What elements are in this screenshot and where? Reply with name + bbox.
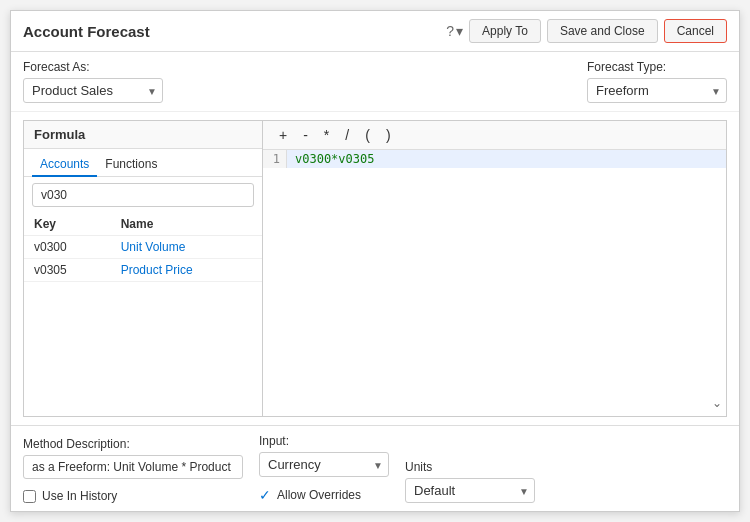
- formula-panel-title: Formula: [24, 121, 262, 149]
- modal-header: Account Forecast ? ▾ Apply To Save and C…: [11, 11, 739, 52]
- tab-functions[interactable]: Functions: [97, 153, 165, 177]
- units-select[interactable]: Default Thousands Millions: [405, 478, 535, 503]
- editor-toolbar: + - * / ( ): [263, 121, 726, 150]
- operator-close-paren-button[interactable]: ): [382, 125, 395, 145]
- apply-to-button[interactable]: Apply To: [469, 19, 541, 43]
- save-close-button[interactable]: Save and Close: [547, 19, 658, 43]
- row-key: v0300: [24, 236, 111, 259]
- forecast-type-group: Forecast Type: Freeform Driver Based Dir…: [587, 60, 727, 103]
- line-content-1: v0300*v0305: [287, 150, 382, 168]
- allow-overrides-check-icon: ✓: [259, 487, 271, 503]
- forecast-form-row: Forecast As: Product Sales Revenue Units…: [11, 52, 739, 112]
- allow-overrides-label: Allow Overrides: [277, 488, 361, 502]
- formula-table: Key Name v0300 Unit Volume v0305 Product…: [24, 213, 262, 282]
- line-number-1: 1: [263, 150, 287, 168]
- operator-open-paren-button[interactable]: (: [361, 125, 374, 145]
- method-description-label: Method Description:: [23, 437, 243, 451]
- input-group: Input: Currency Percentage Number ▼ ✓ Al…: [259, 434, 389, 503]
- row-name-link[interactable]: Unit Volume: [111, 236, 262, 259]
- editor-line-1: 1 v0300*v0305: [263, 150, 726, 168]
- main-content: Formula Accounts Functions Key Name v030…: [11, 112, 739, 425]
- header-buttons: ? ▾ Apply To Save and Close Cancel: [446, 19, 727, 43]
- editor-area[interactable]: 1 v0300*v0305 ⌄: [263, 150, 726, 416]
- help-dropdown-icon: ▾: [456, 23, 463, 39]
- forecast-as-group: Forecast As: Product Sales Revenue Units…: [23, 60, 163, 103]
- forecast-as-select-wrap: Product Sales Revenue Units ▼: [23, 78, 163, 103]
- formula-tabs: Accounts Functions: [24, 149, 262, 177]
- modal-title: Account Forecast: [23, 23, 150, 40]
- operator-minus-button[interactable]: -: [299, 125, 312, 145]
- use-in-history-checkbox[interactable]: [23, 490, 36, 503]
- forecast-as-select[interactable]: Product Sales Revenue Units: [23, 78, 163, 103]
- col-header-name: Name: [111, 213, 262, 236]
- method-description-group: Method Description: Use In History: [23, 437, 243, 503]
- help-icon: ?: [446, 23, 454, 39]
- editor-scroll-icon[interactable]: ⌄: [708, 394, 726, 412]
- input-select-wrap: Currency Percentage Number ▼: [259, 452, 389, 477]
- units-label: Units: [405, 460, 535, 474]
- cancel-button[interactable]: Cancel: [664, 19, 727, 43]
- use-in-history-label[interactable]: Use In History: [42, 489, 117, 503]
- bottom-bar: Method Description: Use In History Input…: [11, 425, 739, 511]
- operator-plus-button[interactable]: +: [275, 125, 291, 145]
- forecast-type-select[interactable]: Freeform Driver Based Direct Input: [587, 78, 727, 103]
- editor-panel: + - * / ( ) 1 v0300*v0305 ⌄: [263, 120, 727, 417]
- allow-overrides-row: ✓ Allow Overrides: [259, 487, 389, 503]
- help-button[interactable]: ? ▾: [446, 23, 463, 39]
- operator-multiply-button[interactable]: *: [320, 125, 333, 145]
- units-group: Units Default Thousands Millions ▼: [405, 460, 535, 503]
- operator-divide-button[interactable]: /: [341, 125, 353, 145]
- formula-search-input[interactable]: [32, 183, 254, 207]
- tab-accounts[interactable]: Accounts: [32, 153, 97, 177]
- input-select[interactable]: Currency Percentage Number: [259, 452, 389, 477]
- forecast-type-label: Forecast Type:: [587, 60, 727, 74]
- forecast-type-select-wrap: Freeform Driver Based Direct Input ▼: [587, 78, 727, 103]
- table-row: v0305 Product Price: [24, 259, 262, 282]
- input-label: Input:: [259, 434, 389, 448]
- table-row: v0300 Unit Volume: [24, 236, 262, 259]
- row-name-link[interactable]: Product Price: [111, 259, 262, 282]
- row-key: v0305: [24, 259, 111, 282]
- method-description-input[interactable]: [23, 455, 243, 479]
- col-header-key: Key: [24, 213, 111, 236]
- forecast-as-label: Forecast As:: [23, 60, 163, 74]
- use-in-history-row: Use In History: [23, 489, 243, 503]
- formula-panel: Formula Accounts Functions Key Name v030…: [23, 120, 263, 417]
- units-select-wrap: Default Thousands Millions ▼: [405, 478, 535, 503]
